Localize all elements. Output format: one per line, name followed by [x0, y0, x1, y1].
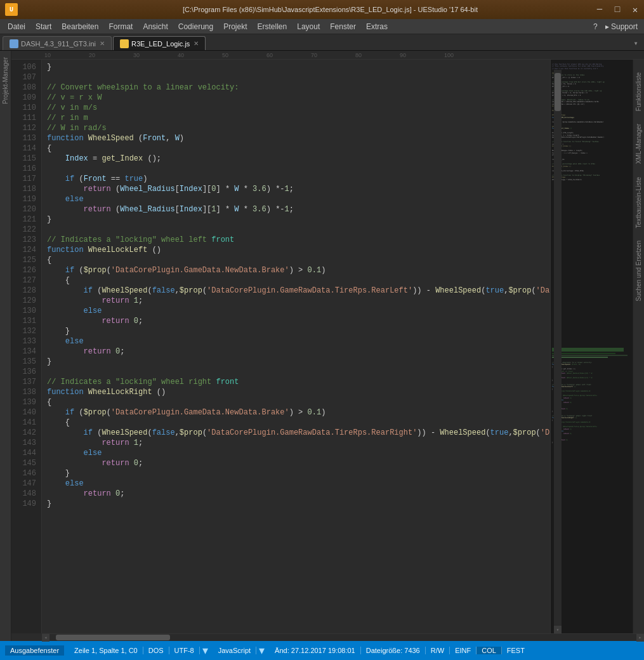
menu-layout[interactable]: Layout [292, 21, 325, 32]
tab-ini-label: DASH_4.3_911_GT3.ini [21, 40, 96, 48]
tab-dash-ini[interactable]: DASH_4.3_911_GT3.ini ✕ [3, 36, 112, 50]
vscrollbar-thumb[interactable] [555, 73, 561, 111]
sidebar-item-xml-manager[interactable]: XML-Manager [635, 124, 642, 164]
tab-ini-close[interactable]: ✕ [100, 40, 105, 47]
menu-ansicht[interactable]: Ansicht [138, 21, 173, 32]
ruler-mark: 90 [400, 52, 444, 58]
line-num: 113 [11, 133, 36, 143]
line-num: 126 [11, 265, 36, 275]
ruler-mark: 50 [222, 52, 266, 58]
menu-datei[interactable]: Datei [3, 21, 30, 32]
hscroll-right[interactable]: ▸ [636, 634, 644, 642]
line-num: 122 [11, 225, 36, 235]
line-num: 110 [11, 103, 36, 113]
line-num: 141 [11, 418, 36, 428]
ruler-mark: 70 [311, 52, 355, 58]
minimap-panel: // One function for proper LED Lux als o… [550, 60, 633, 633]
line-num: 115 [11, 154, 36, 164]
tab-js-label: R3E_LED_Logic.js [131, 40, 190, 48]
editor-container: 10 20 30 40 50 60 70 80 90 100 106 107 1… [11, 51, 644, 641]
ruler-mark: 20 [89, 52, 133, 58]
line-num: 134 [11, 346, 36, 357]
einf-status[interactable]: EINF [450, 647, 476, 654]
line-num: 128 [11, 286, 36, 296]
line-num: 138 [11, 387, 36, 397]
menu-extras[interactable]: Extras [361, 21, 393, 32]
ruler-mark: 30 [133, 52, 178, 58]
menu-codierung[interactable]: Codierung [173, 21, 218, 32]
menubar: Datei Start Bearbeiten Format Ansicht Co… [0, 19, 644, 34]
support-button[interactable]: ▸ Support [601, 21, 641, 32]
line-num: 106 [11, 62, 36, 72]
menu-start[interactable]: Start [30, 21, 56, 32]
line-numbers: 106 107 108 109 110 111 112 113 114 115 … [11, 60, 42, 633]
hscrollbar[interactable]: ◂ ▸ [42, 633, 644, 641]
filesize: Dateigröße: 7436 [361, 647, 426, 654]
line-num: 131 [11, 316, 36, 326]
tab-dropdown[interactable]: ▾ [630, 36, 641, 50]
line-num: 111 [11, 113, 36, 123]
line-num: 135 [11, 357, 36, 367]
titlebar: U [C:\Program Files (x86)\SimHub\Javascr… [0, 0, 644, 19]
fest-status[interactable]: FEST [502, 647, 530, 654]
line-num: 124 [11, 245, 36, 255]
hscroll-track[interactable] [49, 634, 636, 641]
line-num: 139 [11, 397, 36, 407]
line-num: 108 [11, 82, 36, 93]
encoding-dropdown[interactable]: ▾ [200, 644, 211, 657]
line-num: 114 [11, 143, 36, 154]
window-title: [C:\Program Files (x86)\SimHub\Javascrip… [22, 6, 639, 13]
col-status[interactable]: COL [476, 647, 502, 654]
close-button[interactable]: ✕ [626, 0, 644, 19]
menu-erstellen[interactable]: Erstellen [253, 21, 292, 32]
hscroll-left[interactable]: ◂ [42, 634, 49, 642]
vscrollbar-track[interactable]: ▾ [554, 70, 562, 633]
sidebar-item-suchen[interactable]: Suchen und Ersetzen [635, 241, 642, 301]
tab-js-icon [120, 39, 129, 48]
line-num: 127 [11, 275, 36, 286]
vscrollbar-down[interactable]: ▾ [554, 626, 562, 633]
line-num: 136 [11, 367, 36, 377]
maximize-button[interactable]: □ [608, 0, 626, 19]
rw-status: R/W [426, 647, 450, 654]
language-dropdown[interactable]: ▾ [256, 644, 267, 657]
line-num: 145 [11, 458, 36, 468]
menu-fenster[interactable]: Fenster [325, 21, 361, 32]
main-area: Projekt-Manager 10 20 30 40 50 60 70 80 … [0, 51, 644, 641]
tabbar: DASH_4.3_911_GT3.ini ✕ R3E_LED_Logic.js … [0, 34, 644, 51]
line-num: 130 [11, 306, 36, 316]
line-num: 142 [11, 428, 36, 438]
code-text[interactable]: } // Convert wheelspin to a linear veloc… [47, 62, 545, 509]
sidebar-item-projekt[interactable]: Projekt-Manager [2, 57, 9, 104]
line-num: 146 [11, 468, 36, 478]
menu-format[interactable]: Format [103, 21, 138, 32]
line-num: 129 [11, 296, 36, 306]
line-ending: DOS [143, 647, 169, 654]
minimize-button[interactable]: ─ [591, 0, 608, 19]
line-num: 132 [11, 326, 36, 336]
ruler-mark: 40 [178, 52, 222, 58]
tab-js-close[interactable]: ✕ [194, 40, 199, 47]
line-num: 123 [11, 235, 36, 245]
menu-projekt[interactable]: Projekt [218, 21, 252, 32]
menu-bearbeiten[interactable]: Bearbeiten [56, 21, 103, 32]
output-window-label[interactable]: Ausgabefenster [5, 645, 64, 656]
minimap[interactable]: // One function for proper LED Lux als o… [551, 60, 633, 633]
line-num: 109 [11, 93, 36, 103]
encoding: UTF-8 [169, 647, 200, 654]
line-num: 117 [11, 174, 36, 184]
right-sidebar: Funktionsliste XML-Manager Textbaustein-… [633, 60, 644, 633]
ruler-mark: 100 [444, 52, 489, 58]
code-editor[interactable]: } // Convert wheelspin to a linear veloc… [42, 60, 550, 633]
line-num: 118 [11, 184, 36, 194]
line-num: 140 [11, 407, 36, 418]
language: JavaScript [213, 647, 256, 654]
hscroll-thumb[interactable] [56, 635, 170, 640]
line-num: 119 [11, 194, 36, 204]
sidebar-item-textbaustein[interactable]: Textbaustein-Liste [635, 177, 642, 228]
line-num: 137 [11, 377, 36, 387]
sidebar-item-funktionsliste[interactable]: Funktionsliste [635, 72, 642, 111]
help-button[interactable]: ? [589, 21, 601, 32]
line-num: 143 [11, 438, 36, 448]
tab-r3e-js[interactable]: R3E_LED_Logic.js ✕ [113, 36, 206, 50]
